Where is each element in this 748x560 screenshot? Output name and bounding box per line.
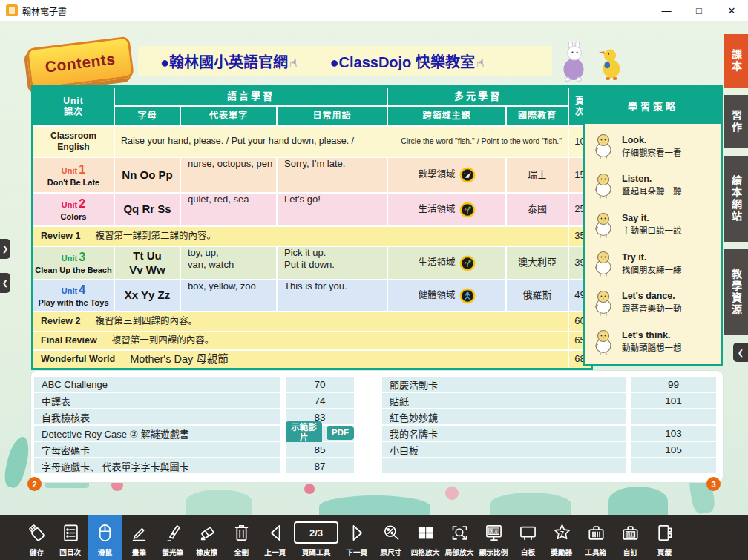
toolbar-toolbox-button[interactable]: 工具箱 <box>579 515 613 560</box>
header-sub-0: 字母 <box>115 107 180 125</box>
appendix-right-label: 紅色妙妙鏡 <box>382 409 626 424</box>
toolbar-page-indicator-box-button[interactable]: 2/3頁碼工具 <box>292 515 340 560</box>
tab-workbook[interactable]: 習作 <box>724 95 748 148</box>
appendix-row: 字母遊戲卡、 代表單字字卡與圖卡87 <box>31 458 723 473</box>
toolbar-reward-star-button[interactable]: 7獎勵器 <box>545 515 579 560</box>
strategy-en-text: Say it. <box>622 213 682 223</box>
page-indicator-box: 2/3 <box>294 521 338 544</box>
toolbar-area-zoom-button[interactable]: 局部放大 <box>442 515 476 560</box>
appendix-row: 字母密碼卡85小白板105 <box>31 442 723 457</box>
pointer-hand-icon: ☝ <box>476 56 484 70</box>
toolbar-mouse-button[interactable]: 滑鼠 <box>88 515 122 560</box>
strategy-item: Try it.找個朋友練一練 <box>590 249 716 277</box>
page-indicator-box[interactable]: 2/3 <box>294 521 338 544</box>
toolbar-next-page-button[interactable]: 下一頁 <box>340 515 374 560</box>
left-panel-collapse-toggle[interactable]: ❮ <box>0 273 10 293</box>
appendix-left-page: 示範影片PDF <box>286 426 354 441</box>
strategy-zh-text: 仔細觀察看一看 <box>622 146 682 158</box>
toolbar-label: 獎勵器 <box>551 547 573 557</box>
toolbar-zoom-percent-button[interactable]: 原尺寸 <box>374 515 408 560</box>
page-marker-left: 2 <box>27 477 42 491</box>
appendix-right-page <box>631 458 716 473</box>
mouse-icon <box>95 521 115 544</box>
app-logo-icon <box>6 4 18 16</box>
toolbar-pen-button[interactable]: 畫筆 <box>122 515 156 560</box>
tab-picture-book-site[interactable]: 繪本網站 <box>724 156 748 242</box>
close-button[interactable]: ✕ <box>715 1 748 21</box>
review-row-cell: Review 1複習第一課到第二課的內容。 <box>33 227 568 246</box>
pen-icon <box>129 521 149 544</box>
contents-table: Unit課次語言學習多元學習頁次字母代表單字日常用語跨領域主題國際教育Class… <box>31 85 593 370</box>
decoration <box>319 495 430 518</box>
appendix-right-label <box>382 458 626 473</box>
page-marker-right: 3 <box>706 477 721 491</box>
window-title: 翰林電子書 <box>22 4 67 17</box>
tab-teaching-resources[interactable]: 教學資源 <box>724 249 748 335</box>
toolbar-custom-toolbox-button[interactable]: 自訂自訂 <box>613 515 647 560</box>
toc-icon <box>61 521 81 544</box>
strategy-en-text: Try it. <box>622 252 682 263</box>
unit-label-cell: Unit2Colors <box>33 194 114 225</box>
right-panel-collapse-toggle[interactable]: ❮ <box>733 343 748 362</box>
toolbar-save-button[interactable]: 儲存 <box>19 515 53 560</box>
link-hanlin-english-site[interactable]: ●翰林國小英語官網☝ <box>160 50 297 72</box>
appendix-left-page: 85 <box>286 442 354 457</box>
header-language-learning: 語言學習 <box>115 88 387 105</box>
phrase-cell: Let's go! <box>278 194 387 225</box>
culture-badge-icon <box>459 255 476 271</box>
toolbar-label: 回目次 <box>60 547 82 557</box>
review-row-cell: Final Review複習第一到四課的內容。 <box>33 332 568 349</box>
culture-badge-icon <box>459 202 476 218</box>
strategy-think-icon <box>590 328 617 356</box>
domain-label: 生活領域 <box>418 257 455 269</box>
contents-badge-label: Contents <box>44 50 116 76</box>
learning-strategies-panel: 學習策略 Look.仔細觀察看一看Listen.豎起耳朵聽一聽Say it.主動… <box>583 85 723 366</box>
toolbar-eraser-button[interactable]: 橡皮擦 <box>190 515 224 560</box>
strategy-en-text: Look. <box>622 135 682 145</box>
appendix-right-page: 105 <box>631 442 716 457</box>
appendix-right-label: 我的名牌卡 <box>382 426 626 441</box>
toolbar-page-tab-button[interactable]: 頁籤 <box>647 515 681 560</box>
maximize-button[interactable]: □ <box>683 1 715 21</box>
whiteboard-icon <box>518 521 538 544</box>
link-classdojo[interactable]: ●ClassDojo 快樂教室☝ <box>329 50 484 72</box>
titlebar: 翰林電子書 — □ ✕ <box>0 0 748 22</box>
appendix-panel: ABC Challenge70節慶活動卡99中譯表74貼紙101自我檢核表83紅… <box>31 371 723 482</box>
trash-icon <box>232 521 252 544</box>
unit-label-cell: Unit4Play with the Toys <box>33 280 114 311</box>
next-page-icon <box>347 521 367 544</box>
toolbar-display-ratio-button[interactable]: 固定顯示比例 <box>476 515 511 560</box>
pdf-button[interactable]: PDF <box>327 426 354 440</box>
strategies-list: Look.仔細觀察看一看Listen.豎起耳朵聽一聽Say it.主動開口說一說… <box>585 124 721 364</box>
strategy-zh-text: 跟著音樂動一動 <box>622 302 682 314</box>
strategy-item: Listen.豎起耳朵聽一聽 <box>590 171 716 200</box>
minimize-button[interactable]: — <box>650 1 683 21</box>
save-icon <box>27 521 47 544</box>
toolbar-whiteboard-button[interactable]: 白板 <box>511 515 545 560</box>
toolbar-trash-button[interactable]: 全刪 <box>224 515 258 560</box>
strategies-header: 學習策略 <box>585 88 721 124</box>
left-panel-expand-toggle[interactable]: ❯ <box>0 239 10 259</box>
decoration <box>186 490 252 515</box>
bottom-toolbar: 儲存回目次滑鼠畫筆螢光筆橡皮擦全刪上一頁2/3頁碼工具下一頁原尺寸四格放大局部放… <box>0 515 748 560</box>
review-row-cell: Review 2複習第三到四課的內容。 <box>33 312 568 331</box>
appendix-right-label: 節慶活動卡 <box>382 377 626 392</box>
country-cell: 澳大利亞 <box>507 247 568 279</box>
toolbar-toc-button[interactable]: 回目次 <box>53 515 88 560</box>
decoration <box>608 487 668 515</box>
toolbar-highlighter-button[interactable]: 螢光筆 <box>156 515 190 560</box>
header-unit: Unit課次 <box>33 88 114 125</box>
appendix-right-page: 101 <box>631 393 716 408</box>
phrase-cell: This is for you. <box>278 280 387 311</box>
tab-textbook[interactable]: 課本 <box>724 34 748 88</box>
rabbit-mascot-icon <box>558 42 589 82</box>
toolbar-prev-page-button[interactable]: 上一頁 <box>258 515 292 560</box>
toolbar-label: 頁碼工具 <box>302 547 331 557</box>
highlighter-icon <box>163 521 183 544</box>
header-sub-4: 國際教育 <box>507 107 568 125</box>
appendix-right-page: 99 <box>631 377 716 392</box>
toolbar-four-grid-button[interactable]: 四格放大 <box>408 515 442 560</box>
letters-cell: Xx Yy Zz <box>115 280 180 311</box>
area-zoom-icon <box>450 521 470 544</box>
strategy-look-icon <box>590 132 617 160</box>
